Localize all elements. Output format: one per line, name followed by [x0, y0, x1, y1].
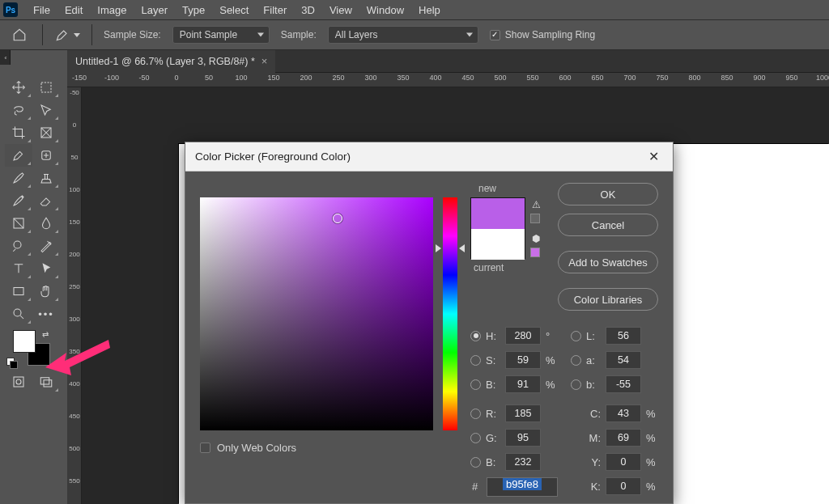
gradient-tool[interactable]: [5, 212, 32, 235]
bb-radio[interactable]: [470, 457, 481, 468]
menu-file[interactable]: File: [26, 0, 57, 19]
menu-image[interactable]: Image: [90, 0, 134, 19]
show-sampling-ring-checkbox[interactable]: Show Sampling Ring: [490, 29, 595, 40]
bv-input[interactable]: 91: [505, 375, 541, 393]
ok-button[interactable]: OK: [558, 183, 658, 205]
g-radio[interactable]: [470, 433, 481, 443]
color-swatches: ⇄: [5, 330, 62, 367]
a-input[interactable]: 54: [606, 351, 641, 369]
quick-select-tool[interactable]: [32, 99, 60, 121]
m-row: M: 69 %: [586, 429, 657, 447]
color-preview: [470, 197, 525, 259]
r-input[interactable]: 185: [505, 404, 541, 422]
sample-select[interactable]: All Layers: [328, 26, 478, 44]
h-input[interactable]: 280: [505, 327, 541, 345]
s-input[interactable]: 59: [505, 351, 541, 369]
lasso-tool[interactable]: [5, 99, 32, 121]
y-input[interactable]: 0: [606, 453, 641, 471]
a-radio[interactable]: [571, 355, 581, 366]
screen-mode-button[interactable]: [32, 371, 60, 393]
dialog-title: Color Picker (Foreground Color): [195, 150, 351, 163]
eraser-tool[interactable]: [32, 189, 60, 212]
y-row: Y: 0 %: [586, 453, 657, 471]
menu-3d[interactable]: 3D: [294, 0, 322, 19]
hex-input[interactable]: b95fe8: [487, 477, 558, 497]
bv-row: B: 91 %: [470, 375, 557, 393]
menu-layer[interactable]: Layer: [134, 0, 176, 19]
menu-window[interactable]: Window: [359, 0, 411, 19]
ruler-vertical: -50050100150200250300350400450500550: [67, 87, 82, 504]
menu-help[interactable]: Help: [411, 0, 448, 19]
svg-rect-8: [14, 377, 23, 387]
quick-mask-button[interactable]: [5, 371, 32, 393]
path-select-tool[interactable]: [32, 257, 60, 280]
r-radio[interactable]: [470, 409, 481, 419]
healing-brush-tool[interactable]: [32, 144, 60, 167]
b-radio[interactable]: [571, 379, 581, 390]
h-radio[interactable]: [470, 331, 481, 341]
menu-view[interactable]: View: [322, 0, 359, 19]
websafe-color-icon[interactable]: [530, 248, 540, 257]
eyedropper-preset-icon[interactable]: [54, 27, 80, 43]
c-input[interactable]: 43: [606, 404, 641, 422]
crop-tool[interactable]: [5, 121, 32, 144]
menu-select[interactable]: Select: [212, 0, 256, 19]
only-web-colors-checkbox[interactable]: Only Web Colors: [200, 442, 296, 454]
document-tabs: Untitled-1 @ 66.7% (Layer 3, RGB/8#) * ×: [67, 50, 829, 73]
dodge-tool[interactable]: [5, 235, 32, 257]
move-tool[interactable]: [5, 76, 32, 99]
sample-size-select[interactable]: Point Sample: [172, 26, 270, 44]
edit-toolbar-button[interactable]: •••: [32, 303, 60, 325]
bb-input[interactable]: 232: [505, 453, 541, 471]
hand-tool[interactable]: [32, 280, 60, 303]
add-to-swatches-button[interactable]: Add to Swatches: [558, 251, 658, 273]
gamut-color-icon[interactable]: [530, 214, 540, 223]
bv-radio[interactable]: [470, 379, 481, 390]
type-tool[interactable]: [5, 257, 32, 280]
foreground-color-swatch[interactable]: [13, 330, 36, 353]
hue-slider[interactable]: [443, 197, 457, 430]
frame-tool[interactable]: [32, 121, 60, 144]
g-input[interactable]: 95: [505, 429, 541, 447]
menu-edit[interactable]: Edit: [57, 0, 90, 19]
toolbox: ••• ⇄: [3, 73, 63, 396]
sample-label: Sample:: [281, 29, 317, 40]
l-radio[interactable]: [571, 331, 581, 341]
rectangle-tool[interactable]: [5, 280, 32, 303]
eyedropper-tool[interactable]: [5, 144, 32, 167]
brush-tool[interactable]: [5, 167, 32, 189]
collapse-panels-button[interactable]: [0, 50, 11, 65]
saturation-value-field[interactable]: [200, 197, 433, 430]
dialog-titlebar[interactable]: Color Picker (Foreground Color) ✕: [185, 142, 673, 172]
cancel-button[interactable]: Cancel: [558, 214, 658, 236]
menu-type[interactable]: Type: [175, 0, 212, 19]
new-color-swatch[interactable]: [471, 198, 525, 229]
pen-tool[interactable]: [32, 235, 60, 257]
document-tab-title: Untitled-1 @ 66.7% (Layer 3, RGB/8#) *: [75, 56, 255, 67]
menu-filter[interactable]: Filter: [256, 0, 294, 19]
m-input[interactable]: 69: [606, 429, 641, 447]
document-tab[interactable]: Untitled-1 @ 66.7% (Layer 3, RGB/8#) * ×: [67, 50, 275, 73]
history-brush-tool[interactable]: [5, 189, 32, 212]
marquee-tool[interactable]: [32, 76, 60, 99]
ruler-horizontal: -150-100-5005010015020025030035040045050…: [67, 73, 829, 87]
close-icon[interactable]: ✕: [644, 147, 663, 167]
zoom-tool[interactable]: [5, 303, 32, 325]
default-colors-icon[interactable]: [6, 358, 16, 367]
clone-stamp-tool[interactable]: [32, 167, 60, 189]
blur-tool[interactable]: [32, 212, 60, 235]
k-input[interactable]: 0: [606, 477, 641, 495]
hue-handle-icon: [436, 244, 441, 252]
home-button[interactable]: [8, 25, 31, 44]
gamut-warning-icon[interactable]: ⚠: [530, 199, 542, 210]
b-input[interactable]: -55: [606, 375, 641, 393]
l-input[interactable]: 56: [606, 327, 641, 345]
color-libraries-button[interactable]: Color Libraries: [558, 288, 658, 311]
close-tab-icon[interactable]: ×: [261, 55, 268, 67]
s-radio[interactable]: [470, 355, 481, 366]
websafe-warning-icon[interactable]: ⬢: [530, 233, 542, 244]
bb-row: B: 232: [470, 453, 541, 471]
sample-size-label: Sample Size:: [104, 29, 161, 40]
swap-colors-icon[interactable]: ⇄: [42, 330, 49, 339]
current-color-swatch[interactable]: [471, 229, 525, 260]
